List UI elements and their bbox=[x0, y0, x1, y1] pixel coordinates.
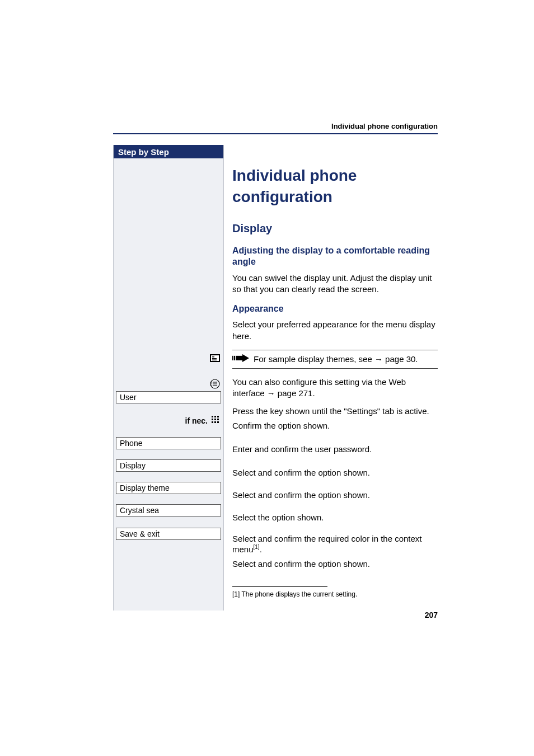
footnote-area: [1] The phone displays the current setti… bbox=[232, 586, 438, 598]
svg-rect-13 bbox=[214, 421, 216, 423]
if-necessary-row: if nec. bbox=[185, 415, 220, 426]
svg-rect-10 bbox=[214, 419, 216, 420]
svg-rect-16 bbox=[234, 356, 235, 360]
page-title: Individual phone configuration bbox=[232, 165, 438, 208]
page-number: 207 bbox=[425, 611, 438, 619]
step-save: Select and confirm the option shown. bbox=[232, 558, 438, 570]
note-link[interactable]: → page 30 bbox=[374, 354, 415, 364]
appearance-body: Select your preferred appearance for the… bbox=[232, 319, 438, 342]
option-crystal-sea: Crystal sea bbox=[116, 504, 221, 516]
footnote-1: [1] The phone displays the current setti… bbox=[232, 590, 438, 598]
step-color-footref: [1] bbox=[254, 544, 260, 550]
svg-rect-7 bbox=[214, 416, 216, 417]
svg-rect-15 bbox=[232, 356, 233, 360]
option-display: Display bbox=[116, 459, 221, 472]
svg-rect-11 bbox=[217, 419, 219, 420]
step-sidebar: Step by Step User if nec. bbox=[113, 145, 224, 611]
option-save-exit-label: Save & exit bbox=[120, 529, 160, 538]
content-columns: Step by Step User if nec. bbox=[113, 145, 438, 611]
option-crystal-sea-label: Crystal sea bbox=[120, 506, 159, 515]
web-note-a: You can also configure this setting via … bbox=[232, 377, 406, 398]
web-note-c: . bbox=[312, 388, 315, 398]
svg-rect-8 bbox=[217, 416, 219, 417]
web-note-link[interactable]: → page 271 bbox=[267, 388, 313, 398]
manual-page: Individual phone configuration Step by S… bbox=[0, 0, 534, 756]
note-box: For sample display themes, see → page 30… bbox=[232, 350, 438, 369]
step-display: Select and confirm the option shown. bbox=[232, 489, 438, 501]
option-phone-label: Phone bbox=[120, 439, 142, 448]
subsection-appearance: Appearance bbox=[232, 303, 438, 315]
step-password: Enter and confirm the user password. bbox=[232, 443, 438, 456]
svg-rect-2 bbox=[212, 356, 214, 358]
if-nec-label: if nec. bbox=[185, 416, 208, 425]
step-theme: Select the option shown. bbox=[232, 511, 438, 524]
svg-rect-14 bbox=[217, 421, 219, 423]
step-press-key: Press the key shown until the "Settings"… bbox=[232, 405, 438, 417]
step-phone: Select and confirm the option shown. bbox=[232, 467, 438, 479]
option-phone: Phone bbox=[116, 437, 221, 449]
step-color: Select and confirm the required color in… bbox=[232, 534, 438, 555]
running-head: Individual phone configuration bbox=[331, 122, 438, 130]
subsection-angle: Adjusting the display to a comfortable r… bbox=[232, 245, 438, 269]
section-display: Display bbox=[232, 221, 438, 236]
settings-key-icon bbox=[210, 379, 220, 389]
header-rule bbox=[113, 133, 438, 134]
svg-rect-12 bbox=[212, 421, 213, 423]
step-confirm: Confirm the option shown. bbox=[232, 420, 438, 432]
option-display-theme: Display theme bbox=[116, 482, 221, 494]
note-text-pre: For sample display themes, see bbox=[254, 354, 374, 364]
keypad-icon bbox=[211, 415, 220, 426]
web-interface-note: You can also configure this setting via … bbox=[232, 377, 438, 400]
step-color-b: . bbox=[260, 544, 262, 554]
sidebar-inner: User if nec. Phone bbox=[114, 158, 223, 611]
option-display-label: Display bbox=[120, 461, 146, 470]
footnote-rule bbox=[232, 586, 327, 587]
svg-rect-6 bbox=[212, 416, 213, 417]
web-interface-icon bbox=[210, 354, 220, 362]
svg-rect-4 bbox=[212, 360, 217, 361]
main-content: Individual phone configuration Display A… bbox=[232, 145, 438, 570]
option-save-exit: Save & exit bbox=[116, 528, 221, 540]
option-user-label: User bbox=[120, 393, 137, 402]
svg-rect-9 bbox=[212, 419, 213, 420]
option-user: User bbox=[116, 391, 221, 403]
step-by-step-heading: Step by Step bbox=[114, 145, 223, 158]
svg-rect-3 bbox=[212, 358, 217, 359]
note-text-post: . bbox=[415, 354, 418, 364]
note-arrow-icon bbox=[232, 354, 250, 365]
angle-body: You can swivel the display unit. Adjust … bbox=[232, 273, 438, 295]
option-display-theme-label: Display theme bbox=[120, 483, 170, 492]
